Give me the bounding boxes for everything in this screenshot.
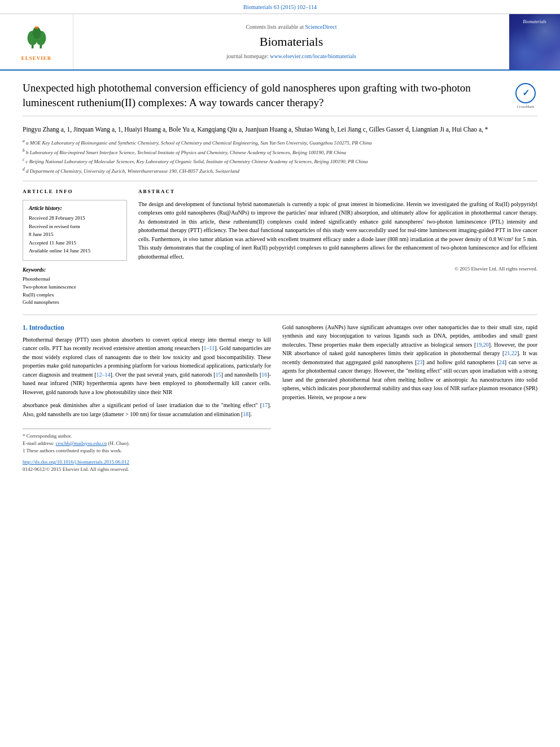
journal-header: ELSEVIER Contents lists available at Sci… — [0, 14, 560, 71]
article-title: Unexpected high photothemal conversion e… — [23, 81, 507, 110]
info-abstract-section: ARTICLE INFO Article history: Received 2… — [23, 188, 537, 307]
crossmark-badge: ✓ CrossMark — [514, 83, 537, 110]
elsevier-logo: ELSEVIER — [0, 14, 73, 69]
body-right-col: Gold nanospheres (AuNPs) have significan… — [282, 323, 537, 473]
available-date: Available online 14 June 2015 — [29, 247, 121, 255]
crossmark-label: CrossMark — [517, 104, 534, 110]
journal-center: Contents lists available at ScienceDirec… — [73, 14, 509, 69]
abstract-col: ABSTRACT The design and development of f… — [138, 188, 537, 307]
article-info-section-title: ARTICLE INFO — [23, 188, 127, 195]
abstract-body: The design and development of functional… — [138, 200, 537, 261]
affiliation-a: a a MOE Key Laboratory of Bioinorganic a… — [23, 138, 537, 147]
keyword-4: Gold nanospheres — [23, 299, 127, 306]
authors-line: Pingyu Zhang a, 1, Jinquan Wang a, 1, Hu… — [23, 124, 537, 134]
article-history-box: Article history: Received 28 February 20… — [23, 200, 127, 261]
email-line: E-mail address: ceschh@mailsysu.edu.cn (… — [23, 440, 271, 447]
keywords-label: Keywords: — [23, 267, 127, 274]
affiliation-d: d d Department of Chemistry, University … — [23, 166, 537, 176]
section1-heading: 1. Introduction — [23, 323, 271, 332]
intro-para-right-1: Gold nanospheres (AuNPs) have significan… — [282, 323, 537, 402]
crossmark-icon: ✓ — [515, 83, 536, 103]
doi-link[interactable]: http://dx.doi.org/10.1016/j.biomaterials… — [23, 459, 129, 465]
keyword-3: Ru(II) complex — [23, 291, 127, 299]
email-link[interactable]: ceschh@mailsysu.edu.cn — [55, 440, 107, 446]
contents-line: Contents lists available at ScienceDirec… — [246, 23, 336, 31]
homepage-url[interactable]: www.elsevier.com/locate/biomaterials — [270, 53, 356, 59]
issn-line: 0142-9612/© 2015 Elsevier Ltd. All right… — [23, 466, 271, 473]
journal-title: Biomaterials — [260, 33, 323, 51]
cover-title-text: Biomaterials — [511, 19, 558, 25]
citation-text: Biomaterials 63 (2015) 102–114 — [243, 4, 317, 10]
intro-para-1: Photothermal therapy (PTT) uses photon a… — [23, 335, 271, 397]
article-title-section: Unexpected high photothemal conversion e… — [23, 81, 537, 116]
authors-text: Pingyu Zhang a, 1, Jinquan Wang a, 1, Hu… — [23, 126, 488, 133]
main-content: Unexpected high photothemal conversion e… — [0, 71, 560, 478]
journal-cover-image: Biomaterials — [509, 14, 560, 69]
body-two-col: 1. Introduction Photothermal therapy (PT… — [23, 323, 537, 473]
doi-line: http://dx.doi.org/10.1016/j.biomaterials… — [23, 458, 271, 466]
revised-label: Received in revised form — [29, 223, 121, 230]
section-divider — [23, 314, 537, 315]
equal-contrib-note: 1 These authors contributed equally to t… — [23, 447, 271, 455]
keywords-section: Keywords: Photothermal Two-photon lumine… — [23, 267, 127, 306]
keyword-1: Photothermal — [23, 276, 127, 283]
intro-para-2: absorbance peak diminishes after a signi… — [23, 401, 271, 418]
accepted-date: Accepted 11 June 2015 — [29, 239, 121, 247]
history-label: Article history: — [29, 205, 121, 212]
citation-bar: Biomaterials 63 (2015) 102–114 — [0, 0, 560, 14]
journal-homepage-line: journal homepage: www.elsevier.com/locat… — [226, 53, 356, 60]
copyright-line: © 2015 Elsevier Ltd. All rights reserved… — [138, 265, 537, 273]
sciencedirect-link[interactable]: ScienceDirect — [305, 24, 336, 30]
article-info-col: ARTICLE INFO Article history: Received 2… — [23, 188, 127, 307]
revised-date: 8 June 2015 — [29, 231, 121, 238]
body-left-col: 1. Introduction Photothermal therapy (PT… — [23, 323, 271, 473]
affiliation-c: c c Beijing National Laboratory of Molec… — [23, 156, 537, 166]
corresponding-label: * Corresponding author. — [23, 433, 271, 440]
received-date: Received 28 February 2015 — [29, 215, 121, 222]
keyword-2: Two-photon luminescence — [23, 283, 127, 291]
affiliation-b: b b Laboratory of Bio-inspired Smart Int… — [23, 147, 537, 157]
affiliations: a a MOE Key Laboratory of Bioinorganic a… — [23, 138, 537, 181]
footnote-section: * Corresponding author. E-mail address: … — [23, 429, 271, 473]
abstract-section-title: ABSTRACT — [138, 188, 537, 195]
elsevier-tree-icon — [20, 21, 54, 53]
elsevier-brand-text: ELSEVIER — [21, 55, 52, 62]
svg-rect-5 — [35, 27, 38, 29]
